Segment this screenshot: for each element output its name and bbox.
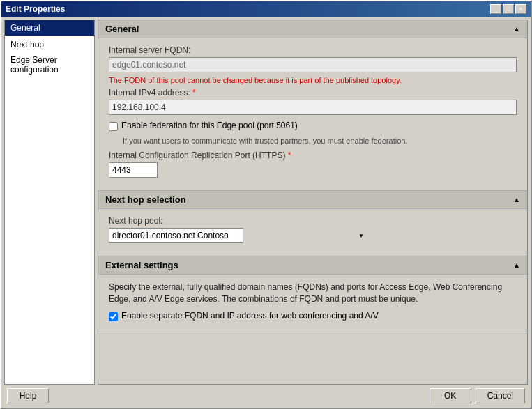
external-description: Specify the external, fully qualified do… (109, 281, 517, 305)
main-window: Edit Properties _ □ × General Next hop E… (0, 0, 532, 409)
replication-required: * (288, 151, 291, 160)
maximize-button[interactable]: □ (503, 4, 514, 14)
sidebar-item-next-hop[interactable]: Next hop (5, 36, 94, 54)
fqdn-input[interactable] (109, 57, 517, 72)
fqdn-label: Internal server FQDN: (109, 45, 517, 55)
next-hop-section-title: Next hop selection (105, 194, 186, 205)
external-section-content: Specify the external, fully qualified do… (98, 275, 527, 334)
right-panel: General ▲ Internal server FQDN: The FQDN… (98, 20, 528, 385)
general-section: General ▲ Internal server FQDN: The FQDN… (98, 20, 527, 191)
close-button[interactable]: × (515, 4, 526, 14)
help-button[interactable]: Help (7, 388, 49, 403)
fqdn-error-text: The FQDN of this pool cannot be changed … (109, 76, 517, 84)
separate-fqdn-checkbox[interactable] (109, 312, 118, 321)
general-section-title: General (105, 24, 139, 34)
separate-fqdn-row: Enable separate FQDN and IP address for … (109, 311, 517, 321)
window-title: Edit Properties (6, 4, 65, 14)
general-collapse-button[interactable]: ▲ (513, 25, 520, 33)
sidebar-item-edge-server[interactable]: Edge Serverconfiguration (5, 54, 94, 79)
title-bar: Edit Properties _ □ × (1, 1, 531, 17)
general-section-header: General ▲ (98, 20, 527, 38)
next-hop-section-content: Next hop pool: director01.contoso.net Co… (98, 209, 527, 256)
title-bar-buttons: _ □ × (490, 4, 526, 14)
federation-label: Enable federation for this Edge pool (po… (121, 121, 298, 130)
pool-dropdown[interactable]: director01.contoso.net Contoso (109, 228, 243, 243)
ok-button[interactable]: OK (430, 388, 471, 403)
federation-desc: If you want users to communicate with tr… (123, 137, 517, 145)
ipv4-input[interactable] (109, 100, 517, 115)
ipv4-required: * (192, 88, 196, 98)
bottom-bar: Help OK Cancel (4, 385, 528, 405)
pool-label: Next hop pool: (109, 216, 517, 226)
external-section-title: External settings (105, 260, 178, 270)
pool-select-row: director01.contoso.net Contoso (109, 228, 517, 243)
pool-dropdown-wrapper: director01.contoso.net Contoso (109, 228, 367, 243)
external-collapse-button[interactable]: ▲ (513, 261, 520, 269)
external-section: External settings ▲ Specify the external… (98, 256, 527, 334)
separate-fqdn-label: Enable separate FQDN and IP address for … (121, 311, 379, 321)
left-nav: General Next hop Edge Serverconfiguratio… (4, 20, 95, 385)
next-hop-section-header: Next hop selection ▲ (98, 191, 527, 209)
federation-checkbox-row: Enable federation for this Edge pool (po… (109, 121, 517, 131)
replication-input[interactable] (109, 162, 158, 178)
federation-checkbox[interactable] (109, 122, 118, 131)
window-body: General Next hop Edge Serverconfiguratio… (1, 17, 531, 408)
next-hop-section: Next hop selection ▲ Next hop pool: dire… (98, 191, 527, 256)
next-hop-collapse-button[interactable]: ▲ (513, 196, 520, 203)
cancel-button[interactable]: Cancel (476, 388, 525, 403)
general-section-content: Internal server FQDN: The FQDN of this p… (98, 38, 527, 190)
ipv4-label: Internal IPv4 address: * (109, 88, 517, 98)
ok-cancel-buttons: OK Cancel (430, 388, 525, 403)
sidebar-item-general[interactable]: General (5, 20, 94, 36)
content-area: General Next hop Edge Serverconfiguratio… (4, 20, 528, 385)
replication-label: Internal Configuration Replication Port … (109, 151, 517, 160)
external-section-header: External settings ▲ (98, 256, 527, 275)
minimize-button[interactable]: _ (490, 4, 501, 14)
